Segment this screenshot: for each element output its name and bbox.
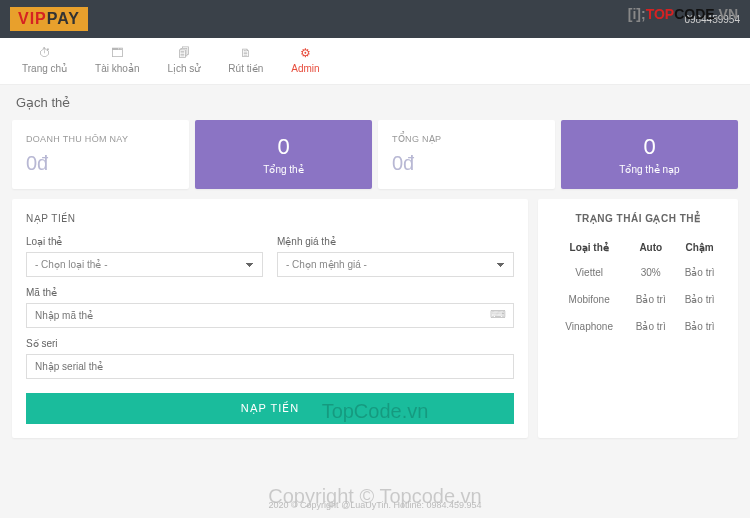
table-row: Viettel30%Bảo trì [552, 259, 724, 286]
stat-value: 0đ [392, 152, 541, 175]
clock-icon: ⏱ [22, 46, 67, 60]
keypad-icon: ⌨ [490, 308, 506, 321]
card-type-label: Loại thẻ [26, 236, 263, 247]
nav-history[interactable]: 🗐Lịch sử [153, 38, 214, 84]
logo: VIPPAY [10, 7, 88, 31]
stat-revenue: DOANH THU HÔM NAY 0đ [12, 120, 189, 189]
window-icon: 🗔 [95, 46, 139, 60]
list-icon: 🗐 [167, 46, 200, 60]
panel-title: TRẠNG THÁI GẠCH THẺ [552, 213, 724, 224]
nav-account[interactable]: 🗔Tài khoản [81, 38, 153, 84]
stats-row: DOANH THU HÔM NAY 0đ 0 Tổng thẻ TỔNG NẠP… [0, 120, 750, 199]
panel-title: NẠP TIỀN [26, 213, 514, 224]
stat-value: 0 [575, 134, 724, 160]
stat-total-cards-deposit: 0 Tổng thẻ nạp [561, 120, 738, 189]
stat-value: 0 [209, 134, 358, 160]
stat-label: Tổng thẻ nạp [575, 164, 724, 175]
card-code-input[interactable] [26, 303, 514, 328]
stat-value: 0đ [26, 152, 175, 175]
col-card-type: Loại thẻ [552, 236, 626, 259]
main-nav: ⏱Trang chủ 🗔Tài khoản 🗐Lịch sử 🗎Rút tiền… [0, 38, 750, 85]
page-title: Gạch thẻ [0, 85, 750, 120]
col-slow: Chậm [675, 236, 724, 259]
table-row: VinaphoneBảo trìBảo trì [552, 313, 724, 340]
denomination-label: Mệnh giá thẻ [277, 236, 514, 247]
table-row: MobifoneBảo trìBảo trì [552, 286, 724, 313]
status-panel: TRẠNG THÁI GẠCH THẺ Loại thẻ Auto Chậm V… [538, 199, 738, 438]
card-type-select[interactable]: - Chọn loại thẻ - [26, 252, 263, 277]
col-auto: Auto [626, 236, 675, 259]
serial-label: Số seri [26, 338, 514, 349]
logo-pay: PAY [47, 10, 80, 27]
submit-button[interactable]: NẠP TIỀN [26, 393, 514, 424]
stat-label: DOANH THU HÔM NAY [26, 134, 175, 144]
watermark-brand: [i];TOPCODE.VN [628, 6, 738, 22]
stat-total-deposit: TỔNG NẠP 0đ [378, 120, 555, 189]
card-code-label: Mã thẻ [26, 287, 514, 298]
deposit-panel: NẠP TIỀN Loại thẻ - Chọn loại thẻ - Mệnh… [12, 199, 528, 438]
denomination-select[interactable]: - Chọn mệnh giá - [277, 252, 514, 277]
nav-home[interactable]: ⏱Trang chủ [8, 38, 81, 84]
file-icon: 🗎 [228, 46, 263, 60]
status-table: Loại thẻ Auto Chậm Viettel30%Bảo trì Mob… [552, 236, 724, 340]
nav-admin[interactable]: ⚙Admin [277, 38, 333, 84]
gear-icon: ⚙ [291, 46, 319, 60]
footer: 2020 © Copyright @LuaUyTin. Hotline: 098… [0, 500, 750, 510]
logo-vip: VIP [18, 10, 47, 27]
body-row: NẠP TIỀN Loại thẻ - Chọn loại thẻ - Mệnh… [0, 199, 750, 438]
stat-label: TỔNG NẠP [392, 134, 541, 144]
stat-total-cards: 0 Tổng thẻ [195, 120, 372, 189]
nav-withdraw[interactable]: 🗎Rút tiền [214, 38, 277, 84]
stat-label: Tổng thẻ [209, 164, 358, 175]
serial-input[interactable] [26, 354, 514, 379]
